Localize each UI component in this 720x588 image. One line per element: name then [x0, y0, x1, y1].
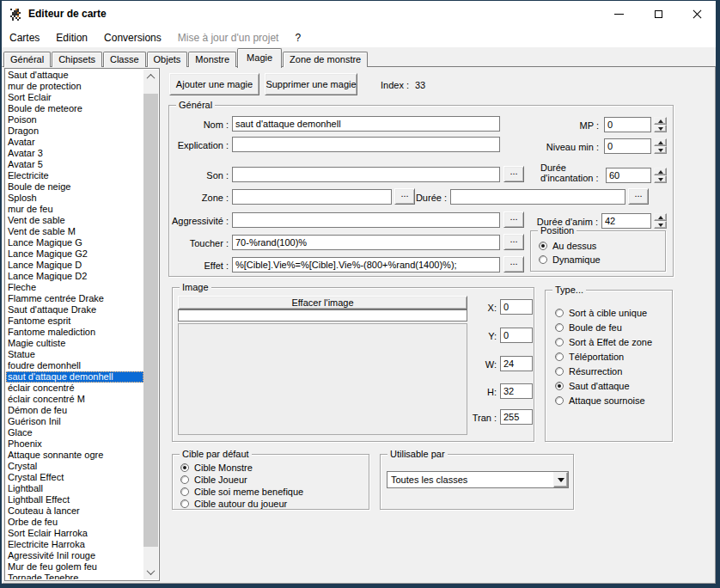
spell-list-item[interactable]: mur de protection	[6, 81, 143, 92]
maximize-button[interactable]	[638, 1, 678, 28]
spell-list-item[interactable]: Crystal Effect	[6, 472, 143, 483]
dropdown-button[interactable]	[553, 472, 568, 487]
spell-list-item[interactable]: Avatar 3	[6, 148, 143, 159]
spell-list-item[interactable]: éclair concentré M	[6, 394, 143, 405]
spin-down-button[interactable]	[654, 221, 667, 229]
type-radio[interactable]: Sort à Effet de zone	[555, 334, 672, 349]
tab[interactable]: Classe	[103, 52, 146, 67]
delete-magic-button[interactable]: Supprimer une magie	[265, 73, 357, 95]
spell-list-item[interactable]: Glace	[6, 427, 143, 438]
tab[interactable]: Objets	[147, 52, 188, 67]
spin-down-button[interactable]	[654, 175, 667, 183]
spell-list-item[interactable]: Attaque sonnante ogre	[6, 450, 143, 461]
close-button[interactable]	[678, 1, 716, 28]
cible-radio[interactable]: Cible Joueur	[180, 474, 369, 486]
spell-list-item[interactable]: Mur de feu golem feu	[6, 561, 143, 573]
spell-list-item[interactable]: Avatar	[6, 137, 143, 148]
spell-list-item[interactable]: Boule de neige	[6, 181, 143, 193]
duree-input[interactable]	[450, 189, 625, 205]
spell-list-item[interactable]: Sort Eclair	[6, 92, 143, 103]
menu-item[interactable]: Edition	[56, 32, 88, 44]
toucher-input[interactable]	[232, 235, 500, 250]
spell-list-item[interactable]: Saut d'attaque Drake	[6, 304, 143, 315]
explication-input[interactable]	[232, 137, 500, 152]
son-input[interactable]	[232, 167, 500, 182]
spell-list-item[interactable]: Poison	[6, 114, 143, 126]
clear-image-button[interactable]: Effacer l'image	[178, 296, 467, 309]
spell-list-item[interactable]: Couteau à lancer	[6, 505, 143, 517]
add-magic-button[interactable]: Ajouter une magie	[169, 73, 259, 95]
tab[interactable]: Chipsets	[52, 52, 102, 67]
type-radio[interactable]: Attaque sournoise	[555, 393, 672, 407]
aggressivite-input[interactable]	[232, 212, 500, 228]
spin-down-button[interactable]	[654, 146, 667, 154]
menu-item[interactable]: Cartes	[9, 32, 40, 44]
spell-list-item[interactable]: Vent de sable	[6, 215, 143, 226]
menu-item[interactable]: ?	[295, 32, 301, 44]
spell-list-item[interactable]: Lance Magique G2	[6, 248, 143, 260]
spell-list-item[interactable]: mur de feu	[6, 204, 143, 215]
spell-list-item[interactable]: Fleche	[6, 282, 143, 293]
scroll-up-button[interactable]	[143, 70, 158, 84]
spell-list-item[interactable]: Guérison Inil	[6, 416, 143, 427]
niveau-min-input[interactable]	[604, 138, 651, 154]
tab[interactable]: Magie	[237, 48, 282, 68]
spin-up-button[interactable]	[654, 117, 667, 125]
spell-list-item[interactable]: Démon de feu	[6, 405, 143, 416]
spell-list-item[interactable]: Statue	[6, 349, 143, 360]
cible-radio[interactable]: Cible autour du joueur	[180, 498, 369, 510]
tran-input[interactable]	[500, 409, 533, 425]
spin-up-button[interactable]	[654, 138, 667, 146]
spell-list-item[interactable]: Lance Magique D2	[6, 271, 143, 282]
h-input[interactable]	[500, 383, 533, 399]
spell-list-item[interactable]: Orbe de feu	[6, 517, 143, 528]
type-radio[interactable]: Boule de feu	[555, 320, 672, 334]
spell-list-item[interactable]: Lance Magique G	[6, 237, 143, 248]
menu-item[interactable]: Mise à jour d'un projet	[178, 32, 279, 44]
aggressivite-browse-button[interactable]: ...	[503, 211, 524, 228]
effet-browse-button[interactable]: ...	[503, 256, 524, 273]
spell-list-item[interactable]: Phoenix	[6, 438, 143, 450]
tab[interactable]: Général	[3, 52, 51, 67]
spell-list-item[interactable]: Crystal	[6, 461, 143, 472]
x-input[interactable]	[500, 299, 533, 315]
duree-anim-input[interactable]	[601, 213, 651, 229]
scroll-down-button[interactable]	[143, 565, 158, 579]
spell-list-item[interactable]: Agressivité Inil rouge	[6, 550, 143, 561]
toucher-browse-button[interactable]: ...	[503, 234, 524, 250]
w-input[interactable]	[500, 356, 533, 371]
cible-radio[interactable]: Cible soi meme benefique	[180, 486, 369, 498]
menu-item[interactable]: Conversions	[104, 32, 162, 44]
spell-list-item[interactable]: Sort Eclair Harroka	[6, 528, 143, 539]
spell-list-item[interactable]: Tornade Tenebre	[6, 573, 143, 579]
tab[interactable]: Monstre	[188, 52, 236, 67]
tab[interactable]: Zone de monstre	[283, 52, 368, 67]
zone-input[interactable]	[232, 189, 392, 205]
cible-radio[interactable]: Cible Monstre	[180, 462, 369, 474]
position-radio[interactable]: Dynamique	[539, 253, 665, 266]
type-radio[interactable]: Sort à cible unique	[555, 305, 672, 320]
spell-list-item[interactable]: Splosh	[6, 193, 143, 204]
spell-list-item[interactable]: Saut d'attaque	[6, 70, 143, 81]
spell-list-item[interactable]: Electricite	[6, 170, 143, 181]
spin-down-button[interactable]	[654, 125, 667, 132]
position-radio[interactable]: Au dessus	[539, 239, 665, 253]
type-radio[interactable]: Résurrection	[555, 364, 672, 378]
scrollbar-thumb[interactable]	[143, 94, 158, 547]
spell-list-item[interactable]: Lightball Effect	[6, 494, 143, 505]
spell-listbox[interactable]: Saut d'attaquemur de protectionSort Ecla…	[4, 68, 160, 581]
spell-list-item[interactable]: saut d'attaque demonhell	[6, 371, 143, 383]
mp-input[interactable]	[604, 117, 651, 132]
minimize-button[interactable]	[599, 1, 638, 28]
spell-list-item[interactable]: Vent de sable M	[6, 226, 143, 237]
spell-list-item[interactable]: Magie cultiste	[6, 338, 143, 349]
type-radio[interactable]: Téléportation	[555, 349, 672, 364]
spell-list-item[interactable]: Avatar 5	[6, 159, 143, 170]
duree-incantation-input[interactable]	[606, 168, 651, 183]
image-file-input[interactable]	[178, 309, 467, 322]
duree-browse-button[interactable]: ...	[628, 188, 649, 205]
type-radio[interactable]: Saut d'attaque	[555, 378, 672, 393]
usable-class-combobox[interactable]: Toutes les classes	[387, 471, 569, 488]
effet-input[interactable]	[232, 257, 500, 273]
nom-input[interactable]	[232, 116, 500, 132]
